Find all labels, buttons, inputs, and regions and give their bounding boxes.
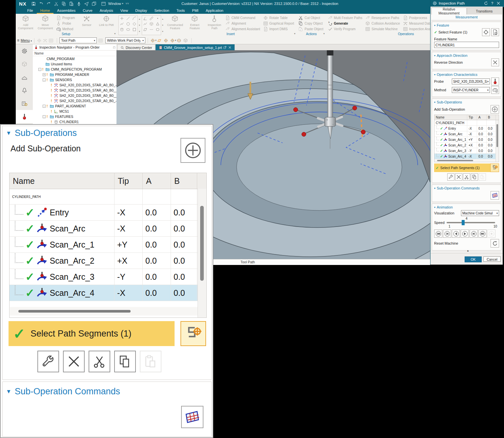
menu-tab[interactable]: Assemblies bbox=[53, 7, 79, 14]
suboperation-tool-button[interactable] bbox=[114, 351, 136, 372]
navigator-header[interactable]: Inspection Navigator - Program Order □ bbox=[33, 44, 116, 51]
suboperation-tool-button[interactable] bbox=[63, 351, 85, 372]
tab-discovery-center[interactable]: Discovery Center bbox=[117, 44, 155, 50]
ribbon-item[interactable]: CMM Command bbox=[224, 15, 262, 21]
ribbon-item[interactable]: Method bbox=[55, 26, 77, 32]
select-path-segments-prompt[interactable]: ✓ Select Path Segments (1) bbox=[434, 164, 490, 172]
undo-icon[interactable] bbox=[38, 1, 44, 6]
slider-thumb[interactable] bbox=[462, 220, 465, 225]
tree-node[interactable]: ! MCS1 bbox=[33, 109, 116, 114]
menu-tab[interactable]: PMI bbox=[188, 7, 202, 14]
path-group-row[interactable]: CYLINDER1_PATH bbox=[434, 120, 499, 126]
ribbon-item[interactable]: Multi Feature Paths bbox=[327, 15, 365, 21]
cone-icon[interactable] bbox=[155, 22, 160, 26]
expander-icon[interactable]: - bbox=[43, 105, 46, 108]
ribbon-item[interactable]: Import DMIS bbox=[262, 26, 296, 32]
menu-dropdown[interactable]: Menu ▾ bbox=[21, 38, 32, 42]
path-group-row[interactable]: CYLINDER1_PATH bbox=[10, 189, 206, 205]
snap-toolbar-icon[interactable]: ▾ bbox=[163, 38, 169, 43]
tree-node[interactable]: - ! PART_ALIGNMENT bbox=[33, 103, 116, 109]
menu-tab[interactable]: Tools bbox=[173, 7, 189, 14]
square-icon[interactable] bbox=[132, 27, 137, 32]
ribbon-item[interactable]: Resequence Paths bbox=[364, 15, 402, 21]
save-icon[interactable] bbox=[31, 1, 36, 6]
line-icon[interactable] bbox=[126, 16, 131, 21]
snap-toolbar-icon[interactable]: ▾ bbox=[170, 38, 176, 43]
snap-toolbar-icon[interactable]: ▾ bbox=[157, 38, 163, 43]
palette-arrows[interactable]: ▴▾▾ bbox=[161, 14, 164, 37]
dialog-reset-button[interactable] bbox=[484, 1, 488, 6]
popout-icon[interactable] bbox=[223, 46, 227, 49]
curve-icon[interactable] bbox=[119, 22, 124, 26]
reset-machine-button[interactable] bbox=[491, 239, 499, 248]
ellipse-icon[interactable] bbox=[126, 27, 131, 32]
speed-slider[interactable] bbox=[447, 222, 495, 223]
sub-operations-header[interactable]: ▾Sub-Operations bbox=[434, 100, 499, 104]
menu-tab[interactable]: Curve bbox=[79, 7, 96, 14]
probe-select-button[interactable] bbox=[491, 77, 499, 85]
copy-white-icon[interactable] bbox=[61, 1, 67, 6]
sub-operation-row[interactable]: ✓Scan_Arc_2 +X 0.0 0.0 bbox=[434, 142, 499, 148]
suboperation-tool-button[interactable] bbox=[37, 351, 59, 372]
cascade-icon[interactable] bbox=[91, 1, 97, 6]
menu-tab[interactable]: Display bbox=[132, 7, 151, 14]
arc-icon[interactable] bbox=[132, 16, 137, 21]
ribbon-item[interactable]: Postprocess bbox=[402, 15, 430, 21]
palette-arrows[interactable]: ▴▾▾ bbox=[138, 14, 141, 37]
dialog-titlebar[interactable]: Inspection Path ? bbox=[430, 0, 503, 7]
box-glyph-icon[interactable] bbox=[149, 22, 154, 26]
dialog-close-button[interactable] bbox=[496, 1, 501, 6]
filter-icon[interactable] bbox=[98, 38, 104, 43]
expander-icon[interactable]: - bbox=[38, 68, 41, 71]
vertical-scrollbar[interactable] bbox=[198, 189, 206, 318]
ribbon-button[interactable]: Add Component bbox=[16, 14, 35, 32]
sub-operation-row[interactable]: ✓Entry -X 0.0 0.0 bbox=[434, 126, 499, 131]
expander-icon[interactable]: + bbox=[43, 73, 46, 76]
sub-operation-row[interactable]: ✓Entry -X 0.0 0.0 bbox=[10, 205, 206, 221]
circle-icon[interactable] bbox=[126, 22, 131, 26]
approach-direction-header[interactable]: ▾Approach Direction bbox=[434, 54, 499, 57]
ribbon-item[interactable]: Cut Object bbox=[297, 15, 325, 21]
ribbon-item[interactable]: Collision Avoidance bbox=[364, 21, 402, 26]
reverse-direction-button[interactable] bbox=[491, 58, 499, 66]
group-dialog-launcher[interactable]: ▾ bbox=[324, 32, 325, 35]
tree-node[interactable]: - ! CMM_INSPECTION_PROGRAM bbox=[33, 67, 116, 72]
dialog-help-button[interactable]: ? bbox=[490, 1, 494, 6]
sub-operation-row[interactable]: ✓Scan_Arc_1 +Y 0.0 0.0 bbox=[10, 237, 206, 253]
sub-operation-row[interactable]: ✓Scan_Arc_2 +X 0.0 0.0 bbox=[10, 253, 206, 269]
tree-node[interactable]: ! SH2_X20_D2L20X5_STAR_A0_B0__Y bbox=[33, 88, 116, 93]
playback-button[interactable] bbox=[434, 230, 442, 238]
suboperation-tool-button[interactable] bbox=[463, 173, 470, 181]
plane-icon[interactable] bbox=[143, 27, 148, 32]
group-dialog-launcher[interactable]: ▾ bbox=[294, 32, 295, 35]
ribbon-item[interactable]: Measured Data bbox=[402, 21, 430, 26]
menu-tab[interactable]: Home bbox=[37, 7, 53, 14]
playback-button[interactable] bbox=[478, 230, 487, 238]
rounded-rect-icon[interactable] bbox=[155, 27, 160, 32]
horizontal-scrollbar[interactable] bbox=[10, 307, 198, 316]
ribbon-button[interactable]: Sensor bbox=[77, 14, 96, 32]
menu-tab[interactable]: Selection bbox=[151, 7, 173, 14]
navigator-name-column-header[interactable]: Name bbox=[33, 51, 116, 56]
select-path-segments-prompt[interactable]: ✓ Select Path Segments (1) bbox=[9, 321, 175, 346]
suboperation-tool-button[interactable] bbox=[89, 351, 110, 372]
cut-icon[interactable] bbox=[53, 1, 59, 6]
suboperation-tool-button[interactable] bbox=[479, 173, 486, 181]
suboperation-tool-button[interactable] bbox=[455, 173, 462, 181]
ribbon-item[interactable]: 5Generate bbox=[327, 21, 365, 26]
tree-node[interactable]: ! SH2_X20_D2L20X5_STAR_A0_B0_-Y bbox=[33, 98, 116, 103]
menu-tab[interactable]: View bbox=[117, 7, 132, 14]
suboperation-tool-button[interactable] bbox=[471, 173, 478, 181]
tree-node[interactable]: - ! FEATURES bbox=[33, 114, 116, 119]
vertical-scrollbar[interactable] bbox=[495, 120, 499, 162]
ribbon-item[interactable]: Simulate Machine bbox=[364, 26, 402, 32]
cancel-button[interactable]: Cancel bbox=[483, 256, 501, 262]
snap-toolbar-icon[interactable]: ▾ bbox=[150, 38, 156, 43]
measure-icon[interactable] bbox=[149, 16, 154, 21]
menu-tab[interactable]: Analysis bbox=[96, 7, 117, 14]
diamond-icon[interactable] bbox=[132, 22, 137, 26]
tree-node[interactable]: ! Unused Items bbox=[33, 61, 116, 67]
tree-node[interactable]: ! SH2_X20_D2L20X5_STAR_A0_B0__X bbox=[33, 93, 116, 98]
dash-icon[interactable] bbox=[149, 27, 154, 32]
tree-node[interactable]: - ! SENSORS bbox=[33, 77, 116, 82]
